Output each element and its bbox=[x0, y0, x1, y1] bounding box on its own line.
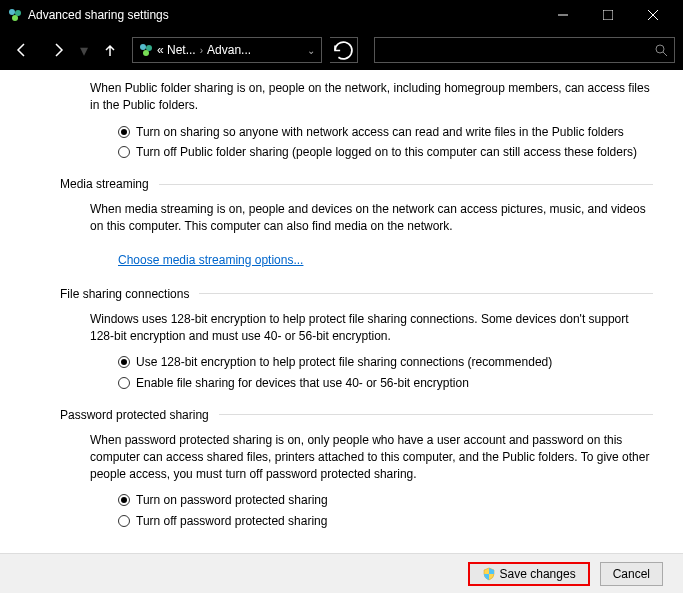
radio-icon bbox=[118, 515, 130, 527]
radio-label: Use 128-bit encryption to help protect f… bbox=[136, 354, 552, 371]
breadcrumb-part[interactable]: Advan... bbox=[207, 43, 251, 57]
footer: Save changes Cancel bbox=[0, 553, 683, 593]
radio-label: Turn off password protected sharing bbox=[136, 513, 327, 530]
button-label: Cancel bbox=[613, 567, 650, 581]
radio-label: Enable file sharing for devices that use… bbox=[136, 375, 469, 392]
content-area: When Public folder sharing is on, people… bbox=[0, 70, 683, 553]
radio-icon bbox=[118, 377, 130, 389]
file-sharing-intro: Windows uses 128-bit encryption to help … bbox=[60, 311, 653, 345]
forward-button[interactable] bbox=[44, 36, 72, 64]
encryption-40-radio[interactable]: Enable file sharing for devices that use… bbox=[118, 375, 653, 392]
close-button[interactable] bbox=[630, 0, 675, 30]
public-sharing-on-radio[interactable]: Turn on sharing so anyone with network a… bbox=[118, 124, 653, 141]
password-on-radio[interactable]: Turn on password protected sharing bbox=[118, 492, 653, 509]
network-icon bbox=[139, 43, 153, 57]
radio-label: Turn on password protected sharing bbox=[136, 492, 328, 509]
breadcrumb-part[interactable]: « Net... bbox=[157, 43, 196, 57]
svg-rect-4 bbox=[603, 10, 613, 20]
maximize-button[interactable] bbox=[585, 0, 630, 30]
public-folder-intro: When Public folder sharing is on, people… bbox=[60, 80, 653, 114]
divider bbox=[159, 184, 653, 185]
minimize-button[interactable] bbox=[540, 0, 585, 30]
svg-point-0 bbox=[9, 9, 15, 15]
chevron-down-icon[interactable]: ⌄ bbox=[307, 45, 315, 56]
password-sharing-header: Password protected sharing bbox=[60, 408, 209, 422]
media-streaming-intro: When media streaming is on, people and d… bbox=[60, 201, 653, 235]
navbar: ▾ « Net... › Advan... ⌄ bbox=[0, 30, 683, 70]
radio-label: Turn off Public folder sharing (people l… bbox=[136, 144, 637, 161]
radio-icon bbox=[118, 356, 130, 368]
refresh-button[interactable] bbox=[330, 37, 358, 63]
svg-point-2 bbox=[12, 15, 18, 21]
svg-point-9 bbox=[143, 50, 149, 56]
chevron-right-icon: › bbox=[200, 45, 203, 56]
divider bbox=[199, 293, 653, 294]
radio-icon bbox=[118, 146, 130, 158]
search-input[interactable] bbox=[374, 37, 675, 63]
svg-point-7 bbox=[140, 44, 146, 50]
back-button[interactable] bbox=[8, 36, 36, 64]
public-sharing-off-radio[interactable]: Turn off Public folder sharing (people l… bbox=[118, 144, 653, 161]
media-streaming-header: Media streaming bbox=[60, 177, 149, 191]
nav-separator: ▾ bbox=[80, 41, 88, 60]
up-button[interactable] bbox=[96, 36, 124, 64]
password-off-radio[interactable]: Turn off password protected sharing bbox=[118, 513, 653, 530]
media-streaming-link[interactable]: Choose media streaming options... bbox=[118, 253, 303, 267]
button-label: Save changes bbox=[500, 567, 576, 581]
shield-icon bbox=[482, 567, 496, 581]
svg-line-11 bbox=[663, 52, 667, 56]
address-bar[interactable]: « Net... › Advan... ⌄ bbox=[132, 37, 322, 63]
cancel-button[interactable]: Cancel bbox=[600, 562, 663, 586]
svg-point-1 bbox=[15, 10, 21, 16]
network-icon bbox=[8, 8, 22, 22]
radio-label: Turn on sharing so anyone with network a… bbox=[136, 124, 624, 141]
svg-point-8 bbox=[146, 45, 152, 51]
search-icon bbox=[654, 43, 668, 57]
titlebar: Advanced sharing settings bbox=[0, 0, 683, 30]
divider bbox=[219, 414, 653, 415]
password-sharing-intro: When password protected sharing is on, o… bbox=[60, 432, 653, 482]
file-sharing-header: File sharing connections bbox=[60, 287, 189, 301]
radio-icon bbox=[118, 126, 130, 138]
save-changes-button[interactable]: Save changes bbox=[468, 562, 590, 586]
radio-icon bbox=[118, 494, 130, 506]
window-title: Advanced sharing settings bbox=[28, 8, 540, 22]
svg-point-10 bbox=[656, 45, 664, 53]
encryption-128-radio[interactable]: Use 128-bit encryption to help protect f… bbox=[118, 354, 653, 371]
